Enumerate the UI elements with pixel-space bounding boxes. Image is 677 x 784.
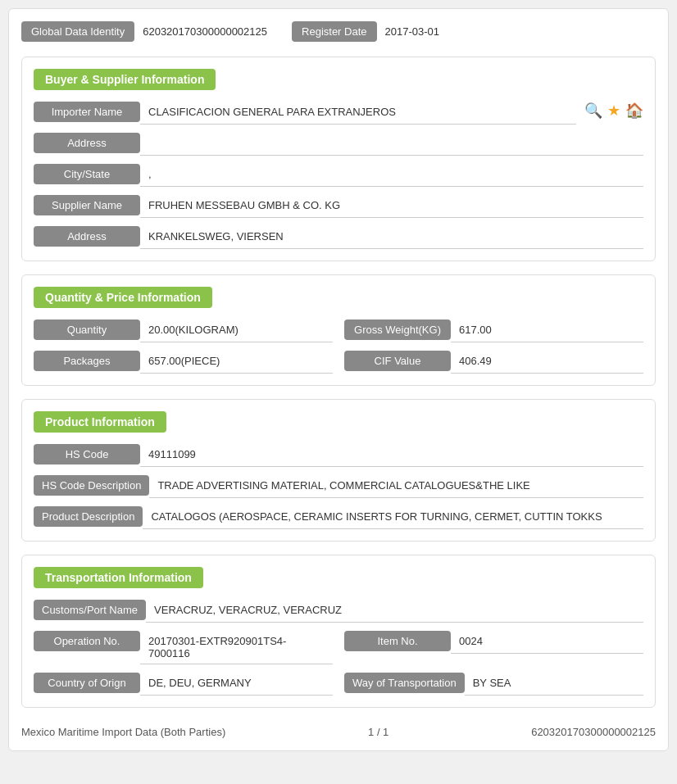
importer-name-value: CLASIFICACION GENERAL PARA EXTRANJEROS xyxy=(140,102,576,125)
gross-weight-value: 617.00 xyxy=(451,319,643,342)
quantity-value: 20.00(KILOGRAM) xyxy=(140,319,333,342)
country-way-row: Country of Orign DE, DEU, GERMANY Way of… xyxy=(34,673,643,696)
packages-field: Packages 657.00(PIECE) xyxy=(34,351,333,374)
product-desc-row: Product Description CATALOGOS (AEROSPACE… xyxy=(34,506,643,529)
hs-code-desc-value: TRADE ADVERTISING MATERIAL, COMMERCIAL C… xyxy=(149,475,643,498)
city-state-label: City/State xyxy=(34,164,140,184)
buyer-address-value xyxy=(140,133,643,156)
customs-row: Customs/Port Name VERACRUZ, VERACRUZ, VE… xyxy=(34,600,643,623)
supplier-address-label: Address xyxy=(34,226,140,247)
quantity-gross-row: Quantity 20.00(KILOGRAM) Gross Weight(KG… xyxy=(34,319,643,342)
search-icon[interactable]: 🔍 xyxy=(584,102,602,120)
footer-right: 620320170300000002125 xyxy=(531,726,656,738)
importer-name-row: Importer Name CLASIFICACION GENERAL PARA… xyxy=(34,102,643,125)
gross-weight-label: Gross Weight(KG) xyxy=(344,319,451,340)
hs-code-row: HS Code 49111099 xyxy=(34,444,643,467)
quantity-price-title: Quantity & Price Information xyxy=(34,287,212,308)
buyer-supplier-title: Buyer & Supplier Information xyxy=(34,69,216,90)
supplier-address-row: Address KRANKELSWEG, VIERSEN xyxy=(34,226,643,249)
packages-label: Packages xyxy=(34,351,140,371)
supplier-address-value: KRANKELSWEG, VIERSEN xyxy=(140,226,643,249)
hs-code-desc-row: HS Code Description TRADE ADVERTISING MA… xyxy=(34,475,643,498)
supplier-name-label: Supplier Name xyxy=(34,195,140,215)
product-section: Product Information HS Code 49111099 HS … xyxy=(21,399,656,542)
packages-cif-row: Packages 657.00(PIECE) CIF Value 406.49 xyxy=(34,351,643,374)
customs-label: Customs/Port Name xyxy=(34,600,146,620)
item-field: Item No. 0024 xyxy=(344,631,643,664)
product-desc-value: CATALOGOS (AEROSPACE, CERAMIC INSERTS FO… xyxy=(143,506,643,529)
quantity-label: Quantity xyxy=(34,319,140,340)
register-date-label: Register Date xyxy=(292,21,376,42)
transportation-title: Transportation Information xyxy=(34,567,203,588)
buyer-address-label: Address xyxy=(34,133,140,153)
country-label: Country of Orign xyxy=(34,673,140,693)
hs-code-desc-label: HS Code Description xyxy=(34,475,149,496)
buyer-address-row: Address xyxy=(34,133,643,156)
transportation-section: Transportation Information Customs/Port … xyxy=(21,555,656,708)
top-row: Global Data Identity 6203201703000000021… xyxy=(21,21,656,42)
operation-item-row: Operation No. 20170301-EXTR920901TS4-700… xyxy=(34,631,643,664)
quantity-price-section: Quantity & Price Information Quantity 20… xyxy=(21,274,656,386)
cif-value-value: 406.49 xyxy=(451,351,643,374)
country-value: DE, DEU, GERMANY xyxy=(140,673,333,696)
country-field: Country of Orign DE, DEU, GERMANY xyxy=(34,673,333,696)
hs-code-value: 49111099 xyxy=(140,444,643,467)
footer-row: Mexico Maritime Import Data (Both Partie… xyxy=(21,721,656,738)
register-date-value: 2017-03-01 xyxy=(385,25,440,38)
item-label: Item No. xyxy=(344,631,451,651)
home-icon[interactable]: 🏠 xyxy=(625,102,643,120)
city-state-value: , xyxy=(140,164,643,187)
product-desc-label: Product Description xyxy=(34,506,143,527)
city-state-row: City/State , xyxy=(34,164,643,187)
way-field: Way of Transportation BY SEA xyxy=(344,673,643,696)
way-value: BY SEA xyxy=(465,673,643,696)
importer-icons: 🔍 ★ 🏠 xyxy=(576,102,643,120)
way-label: Way of Transportation xyxy=(344,673,465,693)
item-value: 0024 xyxy=(451,631,643,654)
importer-name-label: Importer Name xyxy=(34,102,140,122)
quantity-field: Quantity 20.00(KILOGRAM) xyxy=(34,319,333,342)
hs-code-label: HS Code xyxy=(34,444,140,465)
cif-value-label: CIF Value xyxy=(344,351,451,371)
star-icon[interactable]: ★ xyxy=(607,102,620,120)
supplier-name-value: FRUHEN MESSEBAU GMBH & CO. KG xyxy=(140,195,643,218)
buyer-supplier-section: Buyer & Supplier Information Importer Na… xyxy=(21,57,656,261)
customs-value: VERACRUZ, VERACRUZ, VERACRUZ xyxy=(146,600,643,623)
identity-value: 620320170300000002125 xyxy=(143,25,267,38)
footer-center: 1 / 1 xyxy=(368,726,388,738)
product-title: Product Information xyxy=(34,411,166,433)
gross-weight-field: Gross Weight(KG) 617.00 xyxy=(344,319,643,342)
footer-left: Mexico Maritime Import Data (Both Partie… xyxy=(21,726,225,738)
global-data-identity-label: Global Data Identity xyxy=(21,21,134,42)
operation-value: 20170301-EXTR920901TS4-7000116 xyxy=(140,631,333,664)
operation-label: Operation No. xyxy=(34,631,140,651)
cif-value-field: CIF Value 406.49 xyxy=(344,351,643,374)
operation-field: Operation No. 20170301-EXTR920901TS4-700… xyxy=(34,631,333,664)
main-card: Global Data Identity 6203201703000000021… xyxy=(8,8,669,751)
packages-value: 657.00(PIECE) xyxy=(140,351,333,374)
supplier-name-row: Supplier Name FRUHEN MESSEBAU GMBH & CO.… xyxy=(34,195,643,218)
